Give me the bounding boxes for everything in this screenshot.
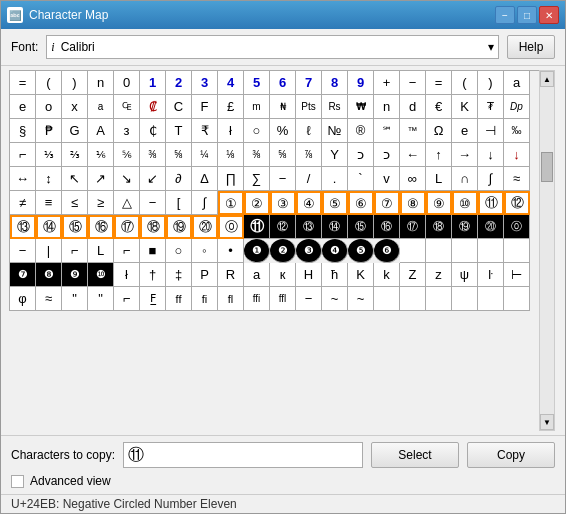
- char-cell[interactable]: ∫: [192, 191, 218, 215]
- char-cell[interactable]: 2: [166, 71, 192, 95]
- char-cell[interactable]: ⅜: [244, 143, 270, 167]
- char-cell[interactable]: а: [244, 263, 270, 287]
- char-cell[interactable]: a: [504, 71, 530, 95]
- char-cell[interactable]: −: [400, 71, 426, 95]
- char-cell[interactable]: ❹: [322, 239, 348, 263]
- char-cell[interactable]: ③: [270, 191, 296, 215]
- char-cell[interactable]: K: [348, 263, 374, 287]
- char-cell[interactable]: Pts: [296, 95, 322, 119]
- char-cell[interactable]: %: [270, 119, 296, 143]
- char-cell[interactable]: ↘: [114, 167, 140, 191]
- char-cell[interactable]: ₡: [140, 95, 166, 119]
- char-cell[interactable]: φ: [10, 287, 36, 311]
- char-cell[interactable]: [504, 287, 530, 311]
- char-cell[interactable]: ψ: [452, 263, 478, 287]
- char-cell[interactable]: .: [322, 167, 348, 191]
- select-button[interactable]: Select: [371, 442, 459, 468]
- char-cell[interactable]: [: [166, 191, 192, 215]
- char-cell[interactable]: ↙: [140, 167, 166, 191]
- char-cell[interactable]: ®: [348, 119, 374, 143]
- char-cell[interactable]: ⑧: [400, 191, 426, 215]
- char-cell[interactable]: /: [296, 167, 322, 191]
- char-cell[interactable]: ⓪: [218, 215, 244, 239]
- char-cell[interactable]: −: [140, 191, 166, 215]
- char-cell[interactable]: ↑: [426, 143, 452, 167]
- char-cell[interactable]: R: [218, 263, 244, 287]
- char-cell[interactable]: ⑳: [192, 215, 218, 239]
- char-cell[interactable]: Z: [400, 263, 426, 287]
- char-cell[interactable]: ⑦: [374, 191, 400, 215]
- char-cell[interactable]: ~: [348, 287, 374, 311]
- char-cell[interactable]: ⑲: [166, 215, 192, 239]
- char-cell[interactable]: ≈: [36, 287, 62, 311]
- scroll-down-arrow[interactable]: ▼: [540, 414, 554, 430]
- help-button[interactable]: Help: [507, 35, 555, 59]
- char-cell[interactable]: ❽: [36, 263, 62, 287]
- char-cell[interactable]: •: [218, 239, 244, 263]
- char-cell[interactable]: ): [478, 71, 504, 95]
- char-cell[interactable]: ❿: [88, 263, 114, 287]
- char-cell[interactable]: ○: [166, 239, 192, 263]
- char-cell[interactable]: ❼: [10, 263, 36, 287]
- char-cell[interactable]: ł: [114, 263, 140, 287]
- char-cell[interactable]: Dp: [504, 95, 530, 119]
- char-cell[interactable]: +: [374, 71, 400, 95]
- char-cell[interactable]: ⑳: [478, 215, 504, 239]
- char-cell[interactable]: ‡: [166, 263, 192, 287]
- char-cell[interactable]: ⅙: [88, 143, 114, 167]
- char-cell[interactable]: €: [426, 95, 452, 119]
- char-cell[interactable]: F: [192, 95, 218, 119]
- char-cell[interactable]: ∂: [166, 167, 192, 191]
- close-button[interactable]: ✕: [539, 6, 559, 24]
- char-cell[interactable]: ⑯: [374, 215, 400, 239]
- char-cell[interactable]: [452, 287, 478, 311]
- char-cell[interactable]: ⌐: [114, 239, 140, 263]
- char-cell[interactable]: 0: [114, 71, 140, 95]
- char-cell[interactable]: ™: [400, 119, 426, 143]
- char-cell[interactable]: (: [36, 71, 62, 95]
- char-cell[interactable]: ❸: [296, 239, 322, 263]
- char-cell[interactable]: ⑫: [504, 191, 530, 215]
- char-cell[interactable]: ❻: [374, 239, 400, 263]
- char-cell[interactable]: −: [296, 287, 322, 311]
- char-cell[interactable]: ffi: [244, 287, 270, 311]
- char-cell[interactable]: ℠: [374, 119, 400, 143]
- char-cell[interactable]: =: [426, 71, 452, 95]
- char-cell[interactable]: →: [452, 143, 478, 167]
- char-cell[interactable]: Ω: [426, 119, 452, 143]
- char-cell[interactable]: ①: [218, 191, 244, 215]
- advanced-view-checkbox[interactable]: [11, 475, 24, 488]
- char-cell[interactable]: [504, 239, 530, 263]
- char-cell[interactable]: e: [10, 95, 36, 119]
- char-cell[interactable]: £: [218, 95, 244, 119]
- char-cell[interactable]: ⑭: [36, 215, 62, 239]
- char-cell[interactable]: ": [88, 287, 114, 311]
- char-cell[interactable]: ₮: [478, 95, 504, 119]
- char-cell[interactable]: ⑭: [322, 215, 348, 239]
- char-cell[interactable]: −: [10, 239, 36, 263]
- copy-input[interactable]: [123, 442, 363, 468]
- char-cell-selected[interactable]: ⑪: [244, 215, 270, 239]
- char-cell[interactable]: (: [452, 71, 478, 95]
- scroll-thumb[interactable]: [541, 152, 553, 182]
- char-cell[interactable]: ⌐: [114, 287, 140, 311]
- char-cell[interactable]: ⌐: [10, 143, 36, 167]
- char-cell[interactable]: z: [426, 263, 452, 287]
- char-cell[interactable]: ℓ: [296, 119, 322, 143]
- char-cell[interactable]: ←: [400, 143, 426, 167]
- char-cell[interactable]: ⑰: [114, 215, 140, 239]
- char-cell[interactable]: ⅝: [270, 143, 296, 167]
- char-cell[interactable]: ₹: [192, 119, 218, 143]
- char-cell[interactable]: ⅔: [62, 143, 88, 167]
- char-cell[interactable]: ∏: [218, 167, 244, 191]
- char-cell[interactable]: =: [10, 71, 36, 95]
- char-cell[interactable]: ④: [296, 191, 322, 215]
- char-cell[interactable]: к: [270, 263, 296, 287]
- char-cell[interactable]: з: [114, 119, 140, 143]
- char-cell[interactable]: ◦: [192, 239, 218, 263]
- char-cell[interactable]: ⅛: [218, 143, 244, 167]
- char-cell[interactable]: k: [374, 263, 400, 287]
- char-cell[interactable]: ⌐: [62, 239, 88, 263]
- char-cell[interactable]: −: [270, 167, 296, 191]
- char-cell[interactable]: ∫: [478, 167, 504, 191]
